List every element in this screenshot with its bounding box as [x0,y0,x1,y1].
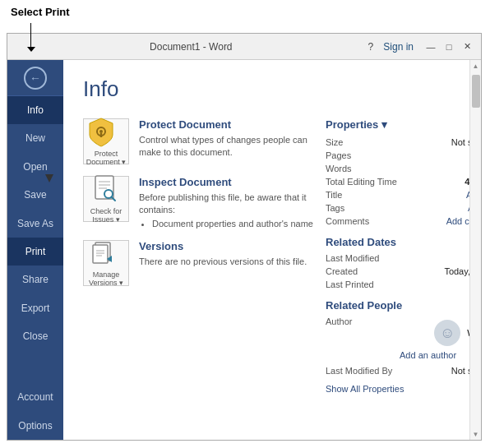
prop-label-comments: Comments [326,216,400,226]
prop-row-size: Size Not saved yet [326,137,469,147]
sidebar-item-export[interactable]: Export [7,294,63,322]
prop-row-last-modified-by: Last Modified By Not saved yet [326,366,469,376]
select-print-tooltip: Select Print [11,6,70,18]
sidebar-item-share[interactable]: Share [7,266,63,293]
properties-dropdown-icon[interactable]: ▾ [381,118,387,131]
sidebar-item-options[interactable]: Options [7,412,63,440]
versions-card: ManageVersions ▾ Versions There are no p… [83,240,313,286]
prop-row-last-modified: Last Modified [326,253,469,263]
prop-value-editing-time: 4 Minutes [465,177,469,187]
actions-section: ProtectDocument ▾ Protect Document Contr… [83,118,313,286]
manage-versions-button[interactable]: ManageVersions ▾ [83,240,129,286]
sidebar-item-account[interactable]: Account [7,383,63,411]
prop-row-pages: Pages 1 [326,150,469,160]
scrollbar-thumb[interactable] [472,75,480,108]
prop-label-pages: Pages [326,150,400,160]
inspect-icon: Check forIssues ▾ [90,174,122,224]
related-people-title: Related People [326,299,469,312]
properties-header: Properties ▾ [326,118,469,131]
prop-value-size: Not saved yet [451,137,469,147]
info-content: Info [63,60,469,440]
main-panel: Info [63,60,469,440]
prop-value-comments[interactable]: Add comments [446,216,469,226]
inspect-icon-label: Check forIssues ▾ [90,208,122,224]
inspect-action-text: Inspect Document Before publishing this … [139,176,313,229]
word-window: Document1 - Word ? Sign in — □ ✕ ← Info … [7,33,482,441]
prop-value-tags[interactable]: Add a tag [468,203,469,213]
scroll-up-button[interactable]: ▲ [470,60,482,72]
versions-description: There are no previous versions of this f… [139,256,307,268]
sidebar-item-new[interactable]: New [7,124,63,152]
titlebar: Document1 - Word ? Sign in — □ ✕ [7,34,481,60]
protect-description: Control what types of changes people can… [139,134,313,159]
signin-link[interactable]: Sign in [383,41,414,53]
sidebar-item-saveas[interactable]: Save As [7,210,63,238]
scrollbar: ▲ ▼ [469,60,481,440]
versions-action-text: Versions There are no previous versions … [139,240,307,268]
restore-button[interactable]: □ [441,39,456,54]
prop-value-last-modified-by: Not saved yet [451,366,469,376]
properties-title-label: Properties [326,118,378,131]
person-icon: ☺ [440,325,455,342]
add-author-link[interactable]: Add an author [400,350,456,360]
versions-icon: ManageVersions ▾ [89,238,123,288]
prop-label-created: Created [326,266,400,276]
svg-point-2 [99,130,103,133]
protect-icon-label: ProtectDocument ▾ [86,150,127,167]
inspect-document-button[interactable]: Check forIssues ▾ [83,176,129,222]
prop-label-size: Size [326,137,400,147]
sidebar-item-save[interactable]: Save [7,181,63,209]
sidebar-bottom: Account Options [7,383,63,440]
protect-document-card: ProtectDocument ▾ Protect Document Contr… [83,118,313,164]
content-area: ← Info New Open Save Save As Print Share… [7,60,481,440]
prop-label-title: Title [326,190,400,200]
close-button[interactable]: ✕ [460,39,474,54]
properties-section: Properties ▾ Size Not saved yet Pages 1 … [326,118,469,394]
versions-title: Versions [139,240,307,252]
inspect-item: Document properties and author's name [152,219,313,229]
back-arrow-icon: ← [24,67,47,90]
prop-label-last-modified-by: Last Modified By [326,366,400,376]
prop-row-comments: Comments Add comments [326,216,469,226]
prop-label-author: Author [326,316,400,346]
titlebar-controls: ? Sign in — □ ✕ [368,39,474,54]
prop-label-last-printed: Last Printed [326,279,400,289]
inspect-title: Inspect Document [139,176,313,188]
author-name: Window... [467,328,469,338]
prop-value-created: Today, 7:11 PM [444,266,469,276]
prop-row-author: Author ☺ Window... [326,316,469,346]
versions-icon-label: ManageVersions ▾ [89,271,123,288]
protect-icon: ProtectDocument ▾ [86,117,127,167]
prop-label-tags: Tags [326,203,400,213]
prop-value-title[interactable]: Add a title [466,190,469,200]
scroll-down-button[interactable]: ▼ [470,428,482,440]
info-title: Info [83,76,450,102]
protect-title: Protect Document [139,118,313,131]
sidebar-item-open[interactable]: Open [7,153,63,181]
sidebar-item-info[interactable]: Info [7,96,63,124]
prop-row-created: Created Today, 7:11 PM [326,266,469,276]
prop-row-title: Title Add a title [326,190,469,200]
inspect-description: Before publishing this file, be aware th… [139,192,313,217]
minimize-button[interactable]: — [423,39,438,54]
related-dates-title: Related Dates [326,236,469,248]
sidebar: ← Info New Open Save Save As Print Share… [7,60,63,440]
prop-label-words: Words [326,164,400,173]
show-all-properties-link[interactable]: Show All Properties [326,384,469,394]
protect-action-text: Protect Document Control what types of c… [139,118,313,159]
protect-document-button[interactable]: ProtectDocument ▾ [83,118,129,164]
back-button[interactable]: ← [7,60,63,96]
sidebar-item-print[interactable]: Print [7,238,63,266]
avatar: ☺ [434,320,460,346]
help-button[interactable]: ? [368,41,374,53]
prop-label-last-modified: Last Modified [326,253,400,263]
prop-row-last-printed: Last Printed [326,279,469,289]
svg-rect-10 [93,245,108,263]
window-title: Document1 - Word [14,41,368,53]
prop-label-editing-time: Total Editing Time [326,177,400,187]
prop-row-words: Words 0 [326,164,469,173]
inspect-document-card: Check forIssues ▾ Inspect Document Befor… [83,176,313,229]
author-info: ☺ Window... [434,320,469,346]
inspect-items-list: Document properties and author's name [152,219,313,229]
sidebar-item-close[interactable]: Close [7,322,63,350]
